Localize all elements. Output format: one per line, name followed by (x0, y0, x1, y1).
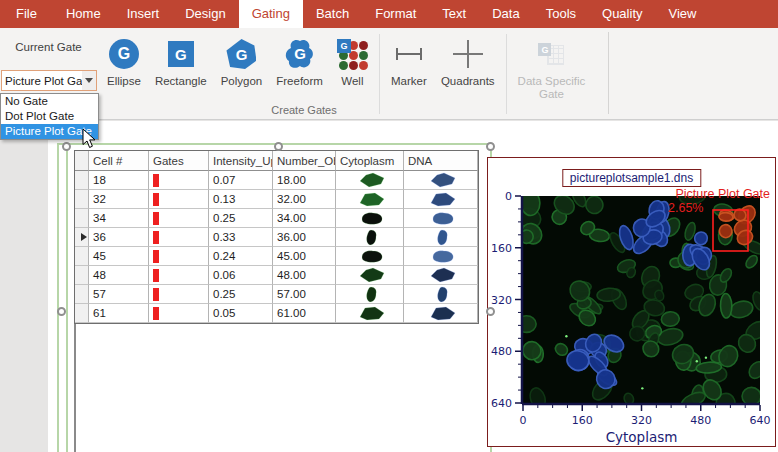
current-row-arrow-icon (81, 233, 87, 241)
data-specific-gate-icon: G (538, 43, 564, 65)
quadrants-gate-icon (450, 39, 486, 69)
cell-dna-thumbnail[interactable] (404, 266, 478, 285)
cell-gates[interactable] (149, 209, 209, 228)
cell-gates[interactable] (149, 190, 209, 209)
row-selector[interactable] (75, 190, 89, 209)
cell-cytoplasm-thumbnail[interactable] (336, 285, 404, 304)
ribbon-tab-home[interactable]: Home (53, 0, 114, 28)
cell-cytoplasm-thumbnail[interactable] (336, 266, 404, 285)
column-header-dna[interactable]: DNA (404, 151, 478, 171)
ribbon-tab-file[interactable]: File (0, 0, 53, 28)
cell-number[interactable]: 34 (89, 209, 149, 228)
cell-intensity[interactable]: 0.25 (209, 285, 273, 304)
combobox-dropdown-arrow-icon[interactable] (82, 71, 96, 90)
cell-intensity[interactable]: 0.33 (209, 228, 273, 247)
ribbon-tab-design[interactable]: Design (172, 0, 238, 28)
cell-cytoplasm-thumbnail[interactable] (336, 228, 404, 247)
selection-guide-left-outer (57, 143, 59, 452)
cell-gates[interactable] (149, 228, 209, 247)
column-header-gates[interactable]: Gates (149, 151, 209, 171)
cell-number[interactable]: 36 (89, 228, 149, 247)
cell-number[interactable]: 57 (89, 285, 149, 304)
fluorescence-image[interactable] (512, 187, 771, 416)
selection-guide-left-inner (66, 143, 68, 452)
row-selector-header[interactable] (75, 151, 89, 171)
cell-cytoplasm-thumbnail[interactable] (336, 304, 404, 323)
column-header-number-obj[interactable]: Number_Obj (273, 151, 336, 171)
cell-gates[interactable] (149, 304, 209, 323)
row-selector[interactable] (75, 171, 89, 190)
ribbon-tab-format[interactable]: Format (362, 0, 429, 28)
cell-gates[interactable] (149, 285, 209, 304)
cell-data-table[interactable]: Cell #GatesIntensity_UpNumber_ObjCytopla… (74, 150, 479, 324)
column-header-cytoplasm[interactable]: Cytoplasm (336, 151, 404, 171)
dna-cell-image (429, 191, 457, 208)
gate-color-swatch (153, 269, 159, 282)
cell-number[interactable]: 32 (89, 190, 149, 209)
cell-number-objects[interactable]: 34.00 (273, 209, 336, 228)
ribbon-tab-text[interactable]: Text (429, 0, 479, 28)
selection-handle[interactable] (486, 307, 495, 316)
cell-gates[interactable] (149, 171, 209, 190)
cell-number[interactable]: 45 (89, 247, 149, 266)
cell-cytoplasm-thumbnail[interactable] (336, 247, 404, 266)
dropdown-item-no-gate[interactable]: No Gate (1, 94, 98, 109)
column-header-intensity-up[interactable]: Intensity_Up (209, 151, 273, 171)
cell-number-objects[interactable]: 32.00 (273, 190, 336, 209)
current-gate-value: Picture Plot Gat (2, 75, 82, 87)
cell-number-objects[interactable]: 57.00 (273, 285, 336, 304)
selection-handle[interactable] (274, 142, 283, 151)
row-selector[interactable] (75, 266, 89, 285)
cell-intensity[interactable]: 0.13 (209, 190, 273, 209)
cell-number-objects[interactable]: 18.00 (273, 171, 336, 190)
row-selector[interactable] (75, 304, 89, 323)
cell-dna-thumbnail[interactable] (404, 190, 478, 209)
picture-plot-panel[interactable]: pictureplotsample1.dns Picture Plot Gate… (487, 157, 776, 447)
ribbon-tab-insert[interactable]: Insert (114, 0, 173, 28)
cell-number-objects[interactable]: 45.00 (273, 247, 336, 266)
selection-handle[interactable] (486, 142, 495, 151)
current-gate-combobox[interactable]: Picture Plot Gat (1, 70, 97, 91)
ribbon-tab-data[interactable]: Data (479, 0, 532, 28)
cell-cytoplasm-thumbnail[interactable] (336, 171, 404, 190)
column-header-cell-[interactable]: Cell # (89, 151, 149, 171)
row-selector[interactable] (75, 209, 89, 228)
row-selector[interactable] (75, 247, 89, 266)
cell-dna-thumbnail[interactable] (404, 209, 478, 228)
cell-gates[interactable] (149, 247, 209, 266)
svg-text:G: G (294, 45, 306, 62)
cell-dna-thumbnail[interactable] (404, 247, 478, 266)
cell-cytoplasm-thumbnail[interactable] (336, 190, 404, 209)
ribbon-tab-gating[interactable]: Gating (239, 0, 303, 28)
cell-intensity[interactable]: 0.05 (209, 304, 273, 323)
cell-number[interactable]: 61 (89, 304, 149, 323)
ribbon-tab-tools[interactable]: Tools (533, 0, 589, 28)
selection-handle[interactable] (57, 307, 66, 316)
selection-handle[interactable] (62, 142, 71, 151)
cell-intensity[interactable]: 0.25 (209, 209, 273, 228)
cell-intensity[interactable]: 0.07 (209, 171, 273, 190)
cell-dna-thumbnail[interactable] (404, 171, 478, 190)
ribbon-tab-quality[interactable]: Quality (589, 0, 655, 28)
cell-intensity[interactable]: 0.24 (209, 247, 273, 266)
ribbon-tab-batch[interactable]: Batch (303, 0, 362, 28)
cell-gates[interactable] (149, 266, 209, 285)
cell-number-objects[interactable]: 61.00 (273, 304, 336, 323)
cell-dna-thumbnail[interactable] (404, 285, 478, 304)
cell-number[interactable]: 18 (89, 171, 149, 190)
current-gate-label: Current Gate (0, 41, 97, 53)
cell-cytoplasm-thumbnail[interactable] (336, 209, 404, 228)
cell-number[interactable]: 48 (89, 266, 149, 285)
picture-plot-title: pictureplotsample1.dns (562, 169, 701, 187)
picture-plot-chart[interactable]: 01603204806400160320480640Cytoplasm (488, 186, 776, 446)
button-label: Quadrants (441, 75, 495, 88)
row-selector[interactable] (75, 285, 89, 304)
cell-number-objects[interactable]: 36.00 (273, 228, 336, 247)
cell-dna-thumbnail[interactable] (404, 228, 478, 247)
cell-intensity[interactable]: 0.06 (209, 266, 273, 285)
row-selector[interactable] (75, 228, 89, 247)
dropdown-item-dot-plot-gate[interactable]: Dot Plot Gate (1, 109, 98, 124)
cell-number-objects[interactable]: 48.00 (273, 266, 336, 285)
cell-dna-thumbnail[interactable] (404, 304, 478, 323)
ribbon-tab-view[interactable]: View (656, 0, 710, 28)
